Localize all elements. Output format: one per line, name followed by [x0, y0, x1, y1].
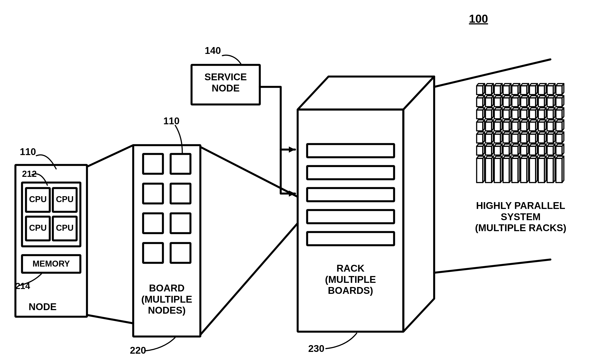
svg-marker-41: [500, 84, 502, 95]
rack-caption: RACK (MULTIPLE BOARDS): [298, 263, 403, 296]
svg-rect-33: [477, 86, 483, 95]
svg-rect-186: [485, 146, 492, 155]
svg-marker-143: [536, 120, 537, 131]
diagram-root: 100 SERVICE NODE 140 110 212 214 CPU CPU…: [0, 0, 605, 364]
svg-rect-165: [512, 134, 518, 143]
svg-rect-11: [171, 154, 191, 174]
svg-rect-213: [477, 158, 483, 182]
svg-rect-234: [538, 158, 544, 182]
svg-rect-216: [485, 158, 492, 182]
svg-marker-176: [544, 132, 546, 143]
svg-line-32: [434, 260, 550, 273]
svg-rect-96: [485, 110, 492, 119]
svg-rect-159: [494, 134, 500, 143]
svg-marker-179: [553, 132, 555, 143]
svg-rect-45: [512, 86, 518, 95]
svg-marker-38: [492, 84, 493, 95]
svg-marker-25: [403, 77, 434, 332]
svg-rect-141: [529, 122, 536, 131]
memory-label: MEMORY: [22, 259, 80, 269]
svg-rect-30: [307, 232, 394, 245]
ref-220: 220: [130, 345, 146, 356]
svg-rect-201: [529, 146, 536, 155]
ref-214: 214: [15, 281, 30, 291]
ref-212: 212: [22, 169, 37, 179]
svg-rect-23: [298, 110, 403, 332]
svg-marker-71: [500, 96, 502, 107]
svg-rect-144: [538, 122, 544, 131]
svg-marker-239: [553, 156, 555, 182]
svg-marker-122: [562, 108, 564, 119]
svg-marker-230: [527, 156, 529, 182]
svg-rect-129: [494, 122, 500, 131]
svg-rect-162: [503, 134, 509, 143]
svg-rect-72: [503, 98, 509, 107]
figure-reference: 100: [469, 12, 488, 25]
svg-rect-10: [143, 154, 163, 174]
svg-marker-137: [518, 120, 520, 131]
svg-rect-225: [512, 158, 518, 182]
svg-marker-95: [483, 108, 485, 119]
svg-rect-132: [503, 122, 509, 131]
svg-marker-221: [500, 156, 502, 182]
svg-rect-12: [143, 184, 163, 203]
svg-rect-99: [494, 110, 500, 119]
svg-rect-135: [512, 122, 518, 131]
svg-rect-15: [171, 213, 191, 233]
svg-rect-240: [556, 158, 562, 182]
svg-marker-80: [527, 96, 529, 107]
svg-rect-39: [494, 86, 500, 95]
svg-rect-219: [494, 158, 500, 182]
svg-line-8: [87, 315, 133, 323]
svg-rect-105: [512, 110, 518, 119]
svg-marker-209: [553, 144, 555, 155]
svg-marker-104: [509, 108, 511, 119]
svg-rect-156: [485, 134, 492, 143]
svg-marker-128: [492, 120, 493, 131]
svg-line-7: [87, 145, 133, 167]
svg-rect-231: [529, 158, 536, 182]
svg-marker-149: [553, 120, 555, 131]
svg-rect-102: [503, 110, 509, 119]
cpu-label-0: CPU: [26, 195, 50, 204]
svg-marker-68: [492, 96, 493, 107]
svg-rect-108: [521, 110, 527, 119]
svg-marker-167: [518, 132, 520, 143]
svg-marker-155: [483, 132, 485, 143]
svg-rect-192: [503, 146, 509, 155]
svg-rect-29: [307, 210, 394, 223]
svg-rect-54: [538, 86, 544, 95]
svg-rect-198: [521, 146, 527, 155]
svg-rect-171: [529, 134, 536, 143]
svg-marker-131: [500, 120, 502, 131]
svg-marker-218: [492, 156, 493, 182]
svg-marker-134: [509, 120, 511, 131]
svg-marker-191: [500, 144, 502, 155]
svg-rect-168: [521, 134, 527, 143]
svg-marker-107: [518, 108, 520, 119]
svg-rect-177: [547, 134, 553, 143]
svg-rect-189: [494, 146, 500, 155]
svg-rect-138: [521, 122, 527, 131]
board-caption: BOARD (MULTIPLE NODES): [133, 283, 200, 316]
svg-marker-164: [509, 132, 511, 143]
cpu-label-3: CPU: [53, 223, 77, 233]
ref-230: 230: [308, 343, 324, 354]
svg-marker-24: [298, 77, 434, 110]
svg-line-19: [200, 223, 298, 335]
svg-rect-195: [512, 146, 518, 155]
svg-rect-13: [171, 184, 191, 203]
svg-rect-123: [477, 122, 483, 131]
svg-rect-27: [307, 166, 394, 179]
svg-marker-98: [492, 108, 493, 119]
svg-marker-233: [536, 156, 537, 182]
svg-marker-44: [509, 84, 511, 95]
svg-rect-150: [556, 122, 562, 131]
svg-marker-236: [544, 156, 546, 182]
svg-marker-83: [536, 96, 537, 107]
svg-marker-200: [527, 144, 529, 155]
svg-marker-182: [562, 132, 564, 143]
svg-rect-237: [547, 158, 553, 182]
svg-marker-113: [536, 108, 537, 119]
svg-marker-152: [562, 120, 564, 131]
